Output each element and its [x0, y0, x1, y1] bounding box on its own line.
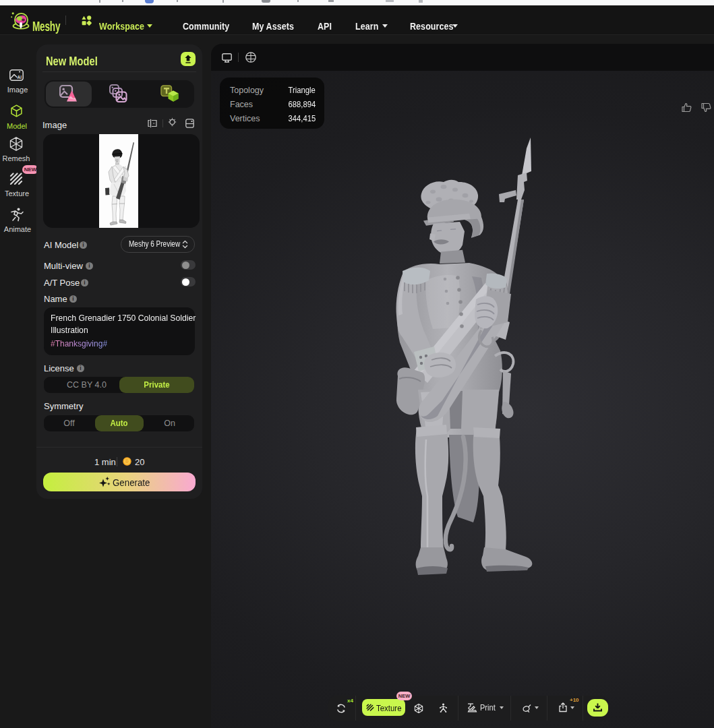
svg-text:AI: AI: [18, 75, 22, 80]
